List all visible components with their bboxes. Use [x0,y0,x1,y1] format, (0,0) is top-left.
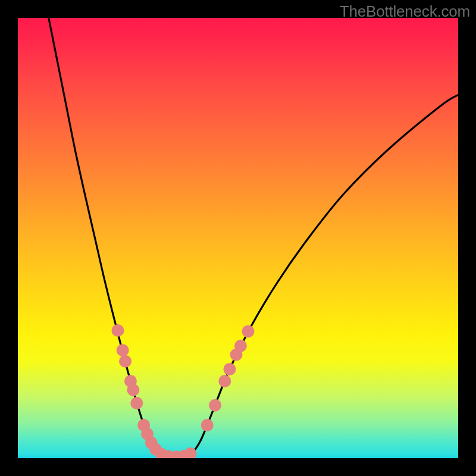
chart-frame: TheBottleneck.com [0,0,476,476]
data-dot [223,363,236,375]
bottleneck-curve [49,18,458,458]
data-dot [111,324,124,337]
data-dot [130,397,143,409]
data-dot [209,399,221,412]
data-dots [111,324,254,458]
data-dot [127,384,139,396]
data-dot [218,375,231,387]
data-dot [234,340,247,352]
data-dot [119,355,131,368]
data-dot [117,344,129,356]
data-dot [242,325,255,337]
data-dot [201,419,214,431]
plot-area [18,18,458,458]
chart-svg [18,18,458,458]
